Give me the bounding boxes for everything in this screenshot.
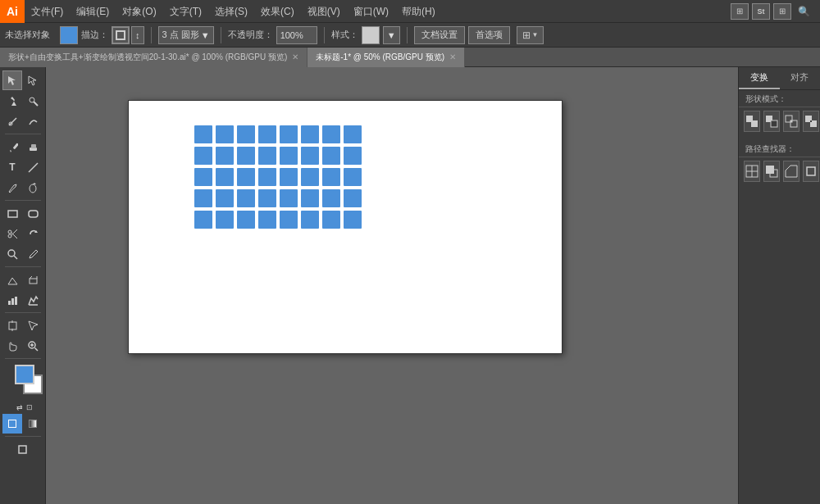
stroke-width-dropdown[interactable]: 3 点 圆形 ▼ bbox=[158, 26, 214, 44]
grid-view-icon[interactable]: ⊞ bbox=[773, 3, 791, 20]
menu-view[interactable]: 视图(V) bbox=[301, 0, 347, 23]
stroke-dropdown[interactable]: ↕ bbox=[131, 26, 144, 44]
paintbrush-tool[interactable] bbox=[2, 178, 22, 198]
grid-square bbox=[258, 168, 276, 186]
grid-square bbox=[194, 189, 212, 207]
graph-tool[interactable] bbox=[2, 290, 22, 310]
grid-square bbox=[301, 125, 319, 143]
smooth-tool[interactable] bbox=[23, 111, 43, 131]
preferences-button[interactable]: 首选项 bbox=[468, 26, 510, 44]
shape-mode-title: 形状模式： bbox=[739, 90, 820, 107]
menu-help[interactable]: 帮助(H) bbox=[395, 0, 442, 23]
tool-row-13 bbox=[2, 336, 43, 356]
hand-tool[interactable] bbox=[2, 336, 22, 356]
style-color-swatch[interactable] bbox=[362, 26, 380, 44]
grid-container bbox=[194, 125, 362, 229]
search-icon[interactable]: 🔍 bbox=[795, 6, 813, 17]
merge-btn[interactable] bbox=[783, 161, 800, 182]
menu-edit[interactable]: 编辑(E) bbox=[70, 0, 116, 23]
magic-wand-tool[interactable] bbox=[23, 91, 43, 111]
bar-graph-tool[interactable] bbox=[23, 290, 43, 310]
grid-square bbox=[344, 147, 362, 165]
slice-tool[interactable] bbox=[23, 316, 43, 335]
perspective-selection-tool[interactable] bbox=[23, 270, 43, 289]
menu-file[interactable]: 文件(F) bbox=[25, 0, 70, 23]
sep2 bbox=[221, 27, 221, 43]
foreground-color[interactable] bbox=[15, 365, 34, 384]
gradient-mode-btn[interactable] bbox=[23, 414, 43, 434]
intersect-btn[interactable] bbox=[783, 111, 800, 132]
default-colors-icon[interactable]: ⊡ bbox=[26, 403, 33, 411]
menu-object[interactable]: 对象(O) bbox=[116, 0, 162, 23]
right-panel: 变换 对齐 形状模式： 路径查找器： bbox=[738, 67, 820, 504]
svg-line-14 bbox=[11, 229, 17, 235]
panel-tabs: 变换 对齐 bbox=[739, 67, 820, 90]
grid-square bbox=[280, 211, 298, 229]
tab-untitled[interactable]: 未标题-1* @ 50% (RGB/GPU 预览) ✕ bbox=[308, 48, 465, 67]
zoom-tool-2[interactable] bbox=[23, 336, 43, 356]
tool-row-7 bbox=[2, 203, 43, 223]
rotate-tool[interactable] bbox=[23, 224, 43, 243]
eraser-tool[interactable] bbox=[23, 137, 43, 157]
sep3 bbox=[324, 27, 325, 43]
anchor-point-tool[interactable] bbox=[2, 111, 22, 131]
trim-btn[interactable] bbox=[763, 161, 780, 182]
svg-marker-18 bbox=[8, 278, 17, 284]
tool-row-4 bbox=[2, 137, 43, 157]
workspace-icon[interactable]: ⊞ bbox=[731, 3, 749, 20]
grid-square bbox=[216, 147, 234, 165]
tool-row-5: T bbox=[2, 157, 43, 177]
panel-tab-transform[interactable]: 变换 bbox=[739, 67, 780, 89]
draw-normal-btn[interactable] bbox=[13, 439, 33, 459]
direct-selection-tool[interactable] bbox=[23, 70, 43, 90]
grid-square bbox=[322, 147, 340, 165]
arrange-icon: ⊞ bbox=[522, 30, 531, 41]
style-dropdown[interactable]: ▼ bbox=[383, 26, 400, 44]
tool-sep-3 bbox=[5, 266, 41, 267]
blob-brush-tool[interactable] bbox=[23, 178, 43, 198]
rounded-rectangle-tool[interactable] bbox=[23, 203, 43, 223]
swap-colors-icon[interactable]: ⇄ bbox=[16, 403, 23, 411]
tab-untitled-close[interactable]: ✕ bbox=[449, 52, 456, 61]
style-label: 样式： bbox=[331, 29, 358, 41]
rectangle-tool[interactable] bbox=[2, 203, 22, 223]
eye-dropper-tool[interactable] bbox=[23, 244, 43, 264]
style-arrow: ▼ bbox=[387, 30, 396, 40]
unite-btn[interactable] bbox=[744, 111, 760, 132]
grid-square bbox=[280, 125, 298, 143]
fill-color-swatch[interactable] bbox=[60, 26, 78, 44]
menu-select[interactable]: 选择(S) bbox=[208, 0, 254, 23]
zoom-tool[interactable] bbox=[2, 244, 22, 264]
type-tool[interactable]: T bbox=[2, 157, 22, 177]
arrange-button[interactable]: ⊞ ▼ bbox=[517, 26, 544, 44]
crop-btn[interactable] bbox=[803, 161, 819, 182]
artboard-tool[interactable] bbox=[2, 316, 22, 335]
menu-text[interactable]: 文字(T) bbox=[163, 0, 208, 23]
illustrator-badge: St bbox=[752, 3, 770, 20]
stroke-indicator[interactable]: ↕ bbox=[112, 26, 144, 44]
line-tool[interactable] bbox=[23, 157, 43, 177]
opacity-input[interactable] bbox=[276, 26, 317, 44]
exclude-btn[interactable] bbox=[803, 111, 819, 132]
perspective-grid-tool[interactable] bbox=[2, 270, 22, 289]
svg-line-29 bbox=[34, 347, 38, 351]
menu-effect[interactable]: 效果(C) bbox=[254, 0, 301, 23]
svg-rect-3 bbox=[12, 143, 17, 149]
menu-window[interactable]: 窗口(W) bbox=[347, 0, 395, 23]
selection-tool[interactable] bbox=[2, 70, 22, 90]
divide-btn[interactable] bbox=[744, 161, 760, 182]
sep1 bbox=[151, 27, 152, 43]
svg-line-0 bbox=[34, 102, 38, 106]
svg-rect-19 bbox=[30, 279, 37, 284]
pencil-tool[interactable] bbox=[2, 137, 22, 157]
pen-tool[interactable] bbox=[2, 91, 22, 111]
minus-front-btn[interactable] bbox=[763, 111, 780, 132]
doc-settings-button[interactable]: 文档设置 bbox=[414, 26, 465, 44]
scissors-tool[interactable] bbox=[2, 224, 22, 243]
canvas-area[interactable] bbox=[46, 67, 738, 504]
tab-file1-close[interactable]: ✕ bbox=[292, 52, 298, 61]
tab-file1[interactable]: 形状+自由变换工具+渐变绘制透视空间20-1-30.ai* @ 100% (RG… bbox=[0, 48, 308, 67]
color-mode-btn[interactable] bbox=[2, 414, 22, 434]
panel-tab-align[interactable]: 对齐 bbox=[780, 67, 821, 89]
tool-row-10 bbox=[2, 270, 43, 289]
